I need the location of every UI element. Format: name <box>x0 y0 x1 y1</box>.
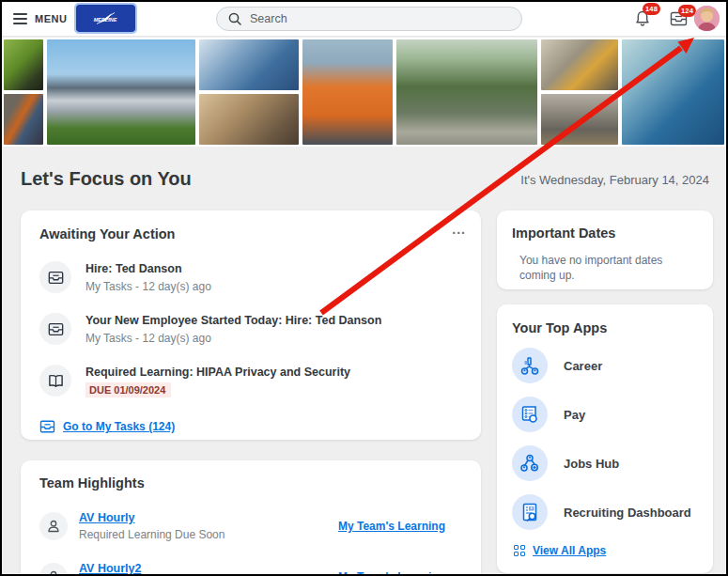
pay-icon <box>512 397 548 432</box>
task-title[interactable]: Hire: Ted Danson <box>85 262 211 275</box>
photo-office-meeting <box>199 94 299 145</box>
person-icon <box>47 520 60 533</box>
avatar-photo <box>694 6 720 31</box>
book-icon <box>48 374 64 388</box>
app-item-career[interactable]: Career <box>512 347 698 384</box>
recruiting-dashboard-icon <box>512 494 548 530</box>
hamburger-icon <box>13 13 27 24</box>
task-icon-circle <box>39 261 71 293</box>
medline-logo[interactable]: MEDLINE <box>76 5 135 32</box>
task-icon-circle <box>39 365 71 397</box>
current-date: It's Wednesday, February 14, 2024 <box>520 173 709 187</box>
team-row: AV Hourly2 Required Learning Due Soon My… <box>39 562 462 576</box>
app-label: Jobs Hub <box>564 457 619 471</box>
task-title[interactable]: Required Learning: HIPAA Privacy and Sec… <box>85 366 350 379</box>
inbox-tray-icon <box>39 420 55 433</box>
my-teams-learning-link[interactable]: My Team's Learning <box>338 570 445 576</box>
app-label: Career <box>564 359 602 373</box>
team-member-link[interactable]: AV Hourly <box>79 511 338 524</box>
task-row[interactable]: Hire: Ted Danson My Tasks - 12 day(s) ag… <box>39 261 462 293</box>
career-icon <box>512 348 548 383</box>
my-tasks-button[interactable]: 124 <box>670 11 688 30</box>
my-teams-learning-link[interactable]: My Team's Learning <box>338 520 445 533</box>
photo-medline-building <box>47 39 195 145</box>
important-dates-title: Important Dates <box>512 226 698 241</box>
app-label: Recruiting Dashboard <box>564 506 691 520</box>
team-member-subtitle: Required Learning Due Soon <box>79 528 338 541</box>
task-subtitle: My Tasks - 12 day(s) ago <box>85 332 381 345</box>
photo-conveyor-belt <box>541 94 618 145</box>
profile-avatar[interactable] <box>694 6 720 31</box>
medline-logo-icon: MEDLINE <box>80 8 132 29</box>
photo-collage-banner <box>2 38 726 147</box>
team-row: AV Hourly Required Learning Due Soon My … <box>39 511 462 541</box>
inbox-tray-icon <box>48 271 64 285</box>
app-item-pay[interactable]: Pay <box>512 396 698 433</box>
app-item-jobs-hub[interactable]: Jobs Hub <box>512 444 698 482</box>
notifications-badge: 148 <box>643 3 660 15</box>
team-card-title: Team Highlights <box>39 475 462 490</box>
task-icon-circle <box>39 313 71 345</box>
task-subtitle: My Tasks - 12 day(s) ago <box>85 280 211 293</box>
workday-home-window: MENU MEDLINE 148 <box>0 0 728 576</box>
app-label: Pay <box>564 408 585 422</box>
photo-forklift-worker <box>541 39 618 90</box>
photo-warehouse-workers <box>4 94 43 145</box>
photo-group <box>396 39 537 145</box>
apps-grid-icon <box>514 545 525 556</box>
photo-employee-portrait <box>4 39 43 90</box>
awaiting-your-action-card: Awaiting Your Action ... Hire: Ted Danso… <box>21 210 481 440</box>
menu-label: MENU <box>35 13 67 24</box>
photo-lab-technicians <box>622 39 724 145</box>
search-input[interactable] <box>250 12 510 25</box>
card-more-menu-button[interactable]: ... <box>452 222 466 237</box>
top-apps-title: Your Top Apps <box>512 320 698 335</box>
search-bar[interactable] <box>216 7 522 31</box>
person-icon <box>47 570 60 576</box>
jobs-hub-icon <box>512 445 548 481</box>
top-bar: MENU MEDLINE 148 <box>2 2 726 37</box>
task-row[interactable]: Required Learning: HIPAA Privacy and Sec… <box>39 365 462 397</box>
menu-button[interactable]: MENU <box>13 2 67 36</box>
photo-orange-vest-workers <box>302 39 393 145</box>
go-to-my-tasks-label[interactable]: Go to My Tasks (124) <box>63 420 175 433</box>
important-dates-empty-text: You have no important dates coming up. <box>519 253 698 283</box>
page-title: Let's Focus on You <box>21 168 192 190</box>
notifications-button[interactable]: 148 <box>634 9 651 31</box>
important-dates-card: Important Dates You have no important da… <box>497 210 713 289</box>
inbox-tray-icon <box>48 322 64 336</box>
team-highlights-card: Team Highlights AV Hourly Required Learn… <box>21 460 481 576</box>
team-icon-circle <box>39 512 68 540</box>
due-date-badge: DUE 01/09/2024 <box>85 382 171 397</box>
team-member-link[interactable]: AV Hourly2 <box>79 562 338 575</box>
team-icon-circle <box>39 563 68 576</box>
app-item-recruiting-dashboard[interactable]: Recruiting Dashboard <box>512 493 698 531</box>
task-title[interactable]: Your New Employee Started Today: Hire: T… <box>85 314 381 327</box>
your-top-apps-card: Your Top Apps Career <box>497 304 713 573</box>
search-icon <box>228 12 241 25</box>
awaiting-card-title: Awaiting Your Action <box>39 226 462 241</box>
photo-operating-room <box>199 39 299 90</box>
view-all-apps-label[interactable]: View All Apps <box>533 544 606 557</box>
task-row[interactable]: Your New Employee Started Today: Hire: T… <box>39 313 462 345</box>
go-to-my-tasks-link[interactable]: Go to My Tasks (124) <box>39 420 462 433</box>
view-all-apps-link[interactable]: View All Apps <box>514 544 606 557</box>
